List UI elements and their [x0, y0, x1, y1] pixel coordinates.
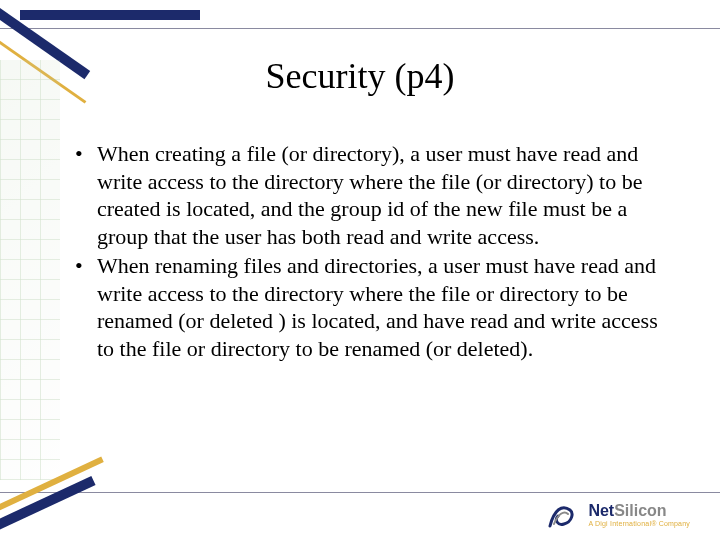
bullet-item: When creating a file (or directory), a u…: [75, 140, 665, 250]
logo-name-suffix: Silicon: [614, 502, 666, 519]
decor-top-bar: [20, 10, 200, 20]
logo: NetSilicon A Digi International® Company: [548, 500, 690, 530]
decor-left-pattern: [0, 60, 60, 480]
decor-bottom-line: [0, 492, 720, 493]
logo-tagline: A Digi International® Company: [588, 520, 690, 527]
slide: Security (p4) When creating a file (or d…: [0, 0, 720, 540]
logo-mark-icon: [548, 500, 582, 530]
slide-body: When creating a file (or directory), a u…: [75, 140, 665, 364]
slide-title: Security (p4): [0, 55, 720, 97]
logo-text: NetSilicon A Digi International® Company: [588, 503, 690, 527]
decor-top-line: [0, 28, 720, 29]
bullet-list: When creating a file (or directory), a u…: [75, 140, 665, 362]
logo-name-prefix: Net: [588, 502, 614, 519]
bullet-item: When renaming files and directories, a u…: [75, 252, 665, 362]
logo-name: NetSilicon: [588, 503, 690, 519]
